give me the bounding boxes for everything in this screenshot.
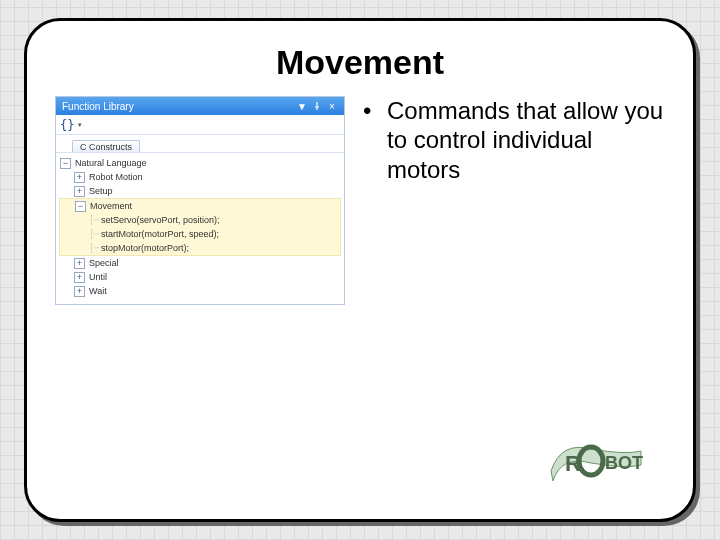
expand-icon[interactable]: +: [74, 186, 85, 197]
bullet-item: Commands that allow you to control indiv…: [363, 96, 665, 184]
left-column: Function Library ▼ × {} ▾ C Constructs: [55, 96, 345, 305]
panel-tab-row: C Constructs: [56, 135, 344, 153]
tree-label: setServo(servoPort, position);: [101, 215, 220, 225]
tree-label: Movement: [90, 201, 132, 211]
tree-item-wait[interactable]: + Wait: [60, 284, 340, 298]
expand-icon[interactable]: +: [74, 286, 85, 297]
toolbar-dropdown-icon[interactable]: ▾: [78, 121, 82, 129]
panel-toolbar: {} ▾: [56, 115, 344, 135]
tree-root-label: Natural Language: [75, 158, 147, 168]
tree-root-row[interactable]: − Natural Language: [60, 156, 340, 170]
tree-label: Until: [89, 272, 107, 282]
slide-title: Movement: [55, 43, 665, 82]
tab-c-constructs[interactable]: C Constructs: [72, 140, 140, 152]
panel-close-icon[interactable]: ×: [326, 100, 338, 112]
tree-guide-icon: ┊┈: [89, 215, 99, 225]
tree-fn-stopmotor[interactable]: ┊┈ stopMotor(motorPort);: [61, 241, 339, 255]
panel-header: Function Library ▼ ×: [56, 97, 344, 115]
tree-guide-icon: ┊┈: [89, 243, 99, 253]
tree-item-setup[interactable]: + Setup: [60, 184, 340, 198]
tree-fn-startmotor[interactable]: ┊┈ startMotor(motorPort, speed);: [61, 227, 339, 241]
expand-icon[interactable]: +: [74, 172, 85, 183]
tree-guide-icon: ┊┈: [89, 229, 99, 239]
function-library-panel: Function Library ▼ × {} ▾ C Constructs: [55, 96, 345, 305]
expand-icon[interactable]: +: [74, 258, 85, 269]
tree-item-special[interactable]: + Special: [60, 256, 340, 270]
tree-label: startMotor(motorPort, speed);: [101, 229, 219, 239]
right-column: Commands that allow you to control indiv…: [363, 96, 665, 305]
slide-card: Movement Function Library ▼ × {} ▾: [24, 18, 696, 522]
expand-icon[interactable]: +: [74, 272, 85, 283]
tree-label: Setup: [89, 186, 113, 196]
panel-pin-icon[interactable]: [311, 100, 323, 112]
collapse-icon[interactable]: −: [75, 201, 86, 212]
tree-item-robot-motion[interactable]: + Robot Motion: [60, 170, 340, 184]
collapse-icon[interactable]: −: [60, 158, 71, 169]
tree-label: Wait: [89, 286, 107, 296]
tree-item-until[interactable]: + Until: [60, 270, 340, 284]
tree-view: − Natural Language + Robot Motion + Setu…: [56, 153, 344, 304]
tree-fn-setservo[interactable]: ┊┈ setServo(servoPort, position);: [61, 213, 339, 227]
panel-dropdown-icon[interactable]: ▼: [296, 100, 308, 112]
tree-label: Special: [89, 258, 119, 268]
tree-item-movement[interactable]: − Movement: [61, 199, 339, 213]
robotc-logo: R BOT: [541, 431, 651, 491]
tree-label: Robot Motion: [89, 172, 143, 182]
panel-title: Function Library: [62, 101, 293, 112]
movement-highlight-block: − Movement ┊┈ setServo(servoPort, positi…: [59, 198, 341, 256]
braces-icon[interactable]: {}: [60, 118, 74, 132]
tree-label: stopMotor(motorPort);: [101, 243, 189, 253]
logo-bot: BOT: [605, 453, 643, 473]
slide-content: Function Library ▼ × {} ▾ C Constructs: [55, 96, 665, 305]
